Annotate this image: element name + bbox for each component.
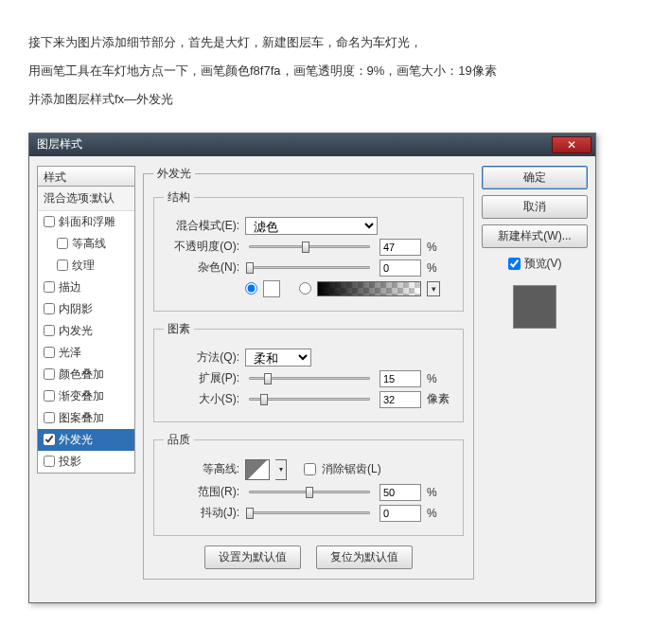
opacity-input[interactable] (379, 239, 421, 256)
spread-input[interactable] (379, 370, 421, 387)
size-slider[interactable] (249, 398, 370, 401)
close-button[interactable]: ✕ (552, 136, 591, 153)
style-item-satin[interactable]: 光泽 (38, 342, 134, 364)
style-item-stroke[interactable]: 描边 (38, 277, 134, 298)
checkbox-satin[interactable] (44, 347, 55, 358)
checkbox-color-overlay[interactable] (44, 368, 55, 380)
range-slider[interactable] (249, 491, 370, 493)
style-item-bevel[interactable]: 斜面和浮雕 (38, 211, 134, 233)
checkbox-inner-glow[interactable] (44, 325, 55, 336)
checkbox-drop-shadow[interactable] (44, 456, 55, 467)
color-radio[interactable] (245, 282, 257, 295)
anti-alias-checkbox[interactable] (304, 463, 316, 475)
style-item-color-overlay[interactable]: 颜色叠加 (38, 364, 134, 385)
spread-unit: % (427, 372, 453, 385)
preview-label: 预览(V) (524, 256, 562, 272)
intro-line-1: 接下来为图片添加细节部分，首先是大灯，新建图层车，命名为车灯光， (28, 28, 625, 57)
checkbox-bevel[interactable] (44, 216, 55, 227)
style-item-texture[interactable]: 纹理 (38, 255, 134, 277)
size-input[interactable] (379, 391, 421, 408)
opacity-label: 不透明度(O): (164, 239, 239, 255)
range-unit: % (427, 486, 453, 499)
new-style-button[interactable]: 新建样式(W)... (482, 224, 588, 248)
jitter-slider[interactable] (249, 511, 370, 514)
quality-group: 品质 等高线: ▾ 消除锯齿(L) 范围(R): (153, 432, 464, 536)
noise-unit: % (427, 261, 453, 275)
preview-checkbox-row[interactable]: 预览(V) (482, 254, 588, 274)
checkbox-inner-shadow[interactable] (44, 303, 55, 314)
jitter-unit: % (427, 507, 453, 520)
blend-mode-label: 混合模式(E): (164, 218, 239, 234)
layer-style-dialog: 图层样式 ✕ 样式 混合选项:默认 斜面和浮雕 等高线 纹理 描边 内阴影 内发… (28, 133, 596, 603)
noise-label: 杂色(N): (164, 259, 239, 276)
jitter-label: 抖动(J): (164, 505, 239, 521)
noise-input[interactable] (379, 259, 421, 277)
contour-dropdown[interactable]: ▾ (275, 459, 287, 480)
anti-alias-label: 消除锯齿(L) (322, 461, 381, 477)
ok-button[interactable]: 确定 (482, 166, 588, 189)
blend-mode-select[interactable]: 滤色 (245, 217, 378, 235)
outer-glow-panel: 外发光 结构 混合模式(E): 滤色 不透明度(O): % (143, 166, 474, 580)
color-swatch[interactable] (263, 280, 280, 297)
size-unit: 像素 (427, 391, 453, 407)
style-item-inner-glow[interactable]: 内发光 (38, 320, 134, 342)
structure-legend: 结构 (164, 189, 194, 206)
noise-slider[interactable] (249, 266, 370, 269)
intro-line-2: 用画笔工具在车灯地方点一下，画笔颜色f8f7fa，画笔透明度：9%，画笔大小：1… (28, 57, 625, 85)
spread-slider[interactable] (249, 377, 370, 380)
reset-default-button[interactable]: 复位为默认值 (316, 546, 413, 569)
style-item-gradient-overlay[interactable]: 渐变叠加 (38, 385, 134, 407)
titlebar: 图层样式 ✕ (29, 134, 595, 156)
checkbox-contour[interactable] (57, 238, 68, 249)
technique-select[interactable]: 柔和 (245, 349, 311, 367)
dialog-title: 图层样式 (37, 136, 82, 152)
checkbox-outer-glow[interactable] (44, 434, 55, 445)
style-item-outer-glow[interactable]: 外发光 (38, 429, 134, 451)
checkbox-texture[interactable] (57, 259, 68, 271)
make-default-button[interactable]: 设置为默认值 (204, 546, 301, 569)
blend-options-item[interactable]: 混合选项:默认 (38, 187, 134, 211)
style-item-inner-shadow[interactable]: 内阴影 (38, 298, 134, 320)
jitter-input[interactable] (379, 505, 421, 522)
elements-group: 图素 方法(Q): 柔和 扩展(P): % (153, 321, 464, 422)
contour-swatch[interactable] (245, 459, 270, 480)
contour-label: 等高线: (164, 461, 239, 477)
opacity-slider[interactable] (249, 245, 370, 248)
gradient-preview[interactable] (317, 281, 421, 296)
style-item-drop-shadow[interactable]: 投影 (38, 451, 134, 473)
spread-label: 扩展(P): (164, 370, 239, 386)
technique-label: 方法(Q): (164, 349, 239, 366)
elements-legend: 图素 (164, 321, 194, 337)
settings-column: 外发光 结构 混合模式(E): 滤色 不透明度(O): % (143, 166, 474, 585)
cancel-button[interactable]: 取消 (482, 195, 588, 219)
style-item-contour[interactable]: 等高线 (38, 233, 134, 255)
range-label: 范围(R): (164, 484, 239, 500)
right-column: 确定 取消 新建样式(W)... 预览(V) (482, 166, 588, 585)
styles-header[interactable]: 样式 (37, 166, 135, 187)
range-input[interactable] (379, 484, 421, 501)
intro-line-3: 并添加图层样式fx—外发光 (28, 85, 625, 114)
gradient-dropdown[interactable]: ▾ (427, 281, 440, 296)
panel-legend: 外发光 (153, 166, 195, 182)
checkbox-stroke[interactable] (44, 281, 55, 293)
styles-column: 样式 混合选项:默认 斜面和浮雕 等高线 纹理 描边 内阴影 内发光 光泽 颜色… (37, 166, 135, 585)
gradient-radio[interactable] (299, 282, 311, 295)
preview-checkbox[interactable] (508, 258, 521, 270)
quality-legend: 品质 (164, 432, 194, 448)
checkbox-pattern-overlay[interactable] (44, 412, 55, 423)
size-label: 大小(S): (164, 391, 239, 407)
style-item-pattern-overlay[interactable]: 图案叠加 (38, 407, 134, 429)
opacity-unit: % (427, 241, 453, 254)
structure-group: 结构 混合模式(E): 滤色 不透明度(O): % (153, 189, 464, 312)
intro-text: 接下来为图片添加细节部分，首先是大灯，新建图层车，命名为车灯光， 用画笔工具在车… (0, 0, 653, 133)
preview-swatch (513, 285, 556, 329)
checkbox-gradient-overlay[interactable] (44, 390, 55, 402)
